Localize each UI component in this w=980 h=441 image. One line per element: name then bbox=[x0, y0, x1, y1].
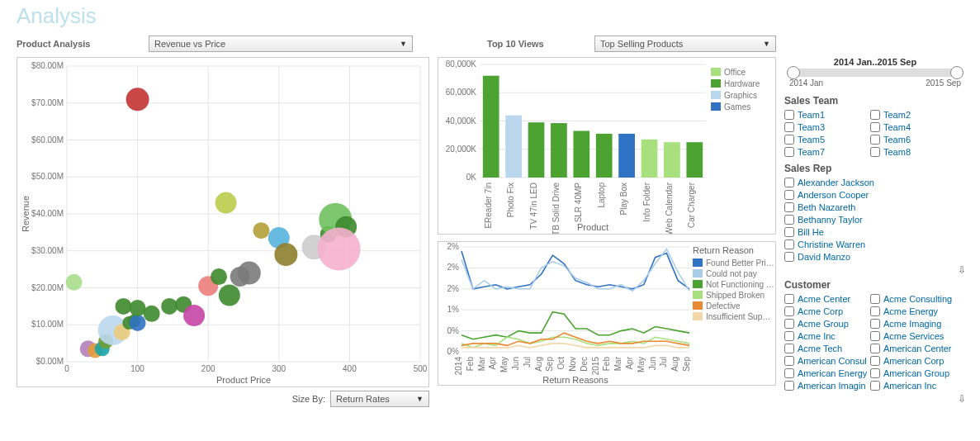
svg-text:$30.00M: $30.00M bbox=[31, 246, 64, 255]
filter-checkbox[interactable]: American Group bbox=[870, 368, 953, 378]
svg-text:300: 300 bbox=[272, 364, 286, 373]
filter-checkbox[interactable]: Bethanny Taylor bbox=[784, 215, 966, 225]
svg-text:Web Calendar: Web Calendar bbox=[665, 182, 674, 234]
checkbox-input[interactable] bbox=[784, 381, 794, 391]
line-chart[interactable]: 0%0%1%2%2%2%2014FebMarAprMayJunJulAugSep… bbox=[438, 241, 776, 386]
checkbox-input[interactable] bbox=[784, 306, 794, 316]
customer-title: Customer bbox=[784, 279, 966, 291]
checkbox-input[interactable] bbox=[870, 306, 880, 316]
svg-rect-139 bbox=[693, 269, 703, 277]
filter-checkbox[interactable]: Alexander Jackson bbox=[784, 178, 966, 187]
filter-checkbox[interactable]: Team3 bbox=[784, 122, 867, 132]
checkbox-input[interactable] bbox=[784, 110, 794, 120]
checkbox-label: Acme Inc bbox=[798, 331, 836, 341]
checkbox-input[interactable] bbox=[870, 122, 880, 132]
filter-checkbox[interactable]: Acme Tech bbox=[784, 344, 867, 353]
checkbox-label: American Inc bbox=[883, 381, 936, 391]
filter-checkbox[interactable]: American Center bbox=[870, 344, 953, 353]
filter-checkbox[interactable]: American Consult bbox=[784, 356, 867, 366]
filter-checkbox[interactable]: Acme Group bbox=[784, 319, 867, 329]
checkbox-input[interactable] bbox=[870, 344, 880, 353]
checkbox-input[interactable] bbox=[784, 331, 794, 341]
checkbox-label: Acme Energy bbox=[883, 306, 938, 316]
checkbox-input[interactable] bbox=[784, 239, 794, 249]
svg-point-39 bbox=[130, 315, 146, 331]
checkbox-input[interactable] bbox=[784, 344, 794, 353]
product-analysis-label: Product Analysis bbox=[17, 39, 132, 49]
filter-checkbox[interactable]: American Corp bbox=[870, 356, 953, 366]
checkbox-input[interactable] bbox=[784, 202, 794, 212]
checkbox-input[interactable] bbox=[784, 227, 794, 237]
checkbox-input[interactable] bbox=[784, 178, 794, 187]
svg-text:Jul: Jul bbox=[523, 357, 532, 368]
top10-dropdown[interactable]: Top Selling Products ▼ bbox=[594, 36, 776, 52]
checkbox-input[interactable] bbox=[870, 110, 880, 120]
checkbox-input[interactable] bbox=[784, 294, 794, 304]
checkbox-input[interactable] bbox=[784, 252, 794, 262]
svg-text:Play Box: Play Box bbox=[619, 183, 628, 215]
filter-checkbox[interactable]: American Imagin bbox=[784, 381, 867, 391]
scroll-down-icon[interactable]: ⇩ bbox=[958, 264, 966, 276]
checkbox-input[interactable] bbox=[870, 319, 880, 329]
svg-text:Product: Product bbox=[577, 222, 608, 232]
checkbox-input[interactable] bbox=[870, 147, 880, 157]
filter-checkbox[interactable]: Team2 bbox=[870, 110, 953, 120]
filter-checkbox[interactable]: Acme Imaging bbox=[870, 319, 953, 329]
svg-text:Games: Games bbox=[724, 102, 750, 111]
filter-checkbox[interactable]: Team1 bbox=[784, 110, 867, 120]
filter-checkbox[interactable]: Acme Services bbox=[870, 331, 953, 341]
filter-checkbox[interactable]: Beth Nazareth bbox=[784, 202, 966, 212]
checkbox-input[interactable] bbox=[870, 331, 880, 341]
filter-checkbox[interactable]: Team5 bbox=[784, 135, 867, 145]
filter-checkbox[interactable]: Acme Energy bbox=[870, 306, 953, 316]
checkbox-input[interactable] bbox=[784, 122, 794, 132]
checkbox-input[interactable] bbox=[870, 381, 880, 391]
checkbox-input[interactable] bbox=[784, 215, 794, 225]
product-analysis-dropdown[interactable]: Revenue vs Price ▼ bbox=[149, 36, 413, 52]
checkbox-label: Acme Consulting bbox=[883, 294, 952, 304]
filter-checkbox[interactable]: David Manzo bbox=[784, 252, 966, 262]
checkbox-label: Team5 bbox=[798, 135, 825, 145]
filter-checkbox[interactable]: Acme Corp bbox=[784, 306, 867, 316]
svg-text:$70.00M: $70.00M bbox=[31, 98, 64, 107]
svg-point-60 bbox=[66, 274, 83, 291]
checkbox-label: Christine Warren bbox=[798, 239, 865, 249]
filter-checkbox[interactable]: Christine Warren bbox=[784, 239, 966, 249]
checkbox-input[interactable] bbox=[870, 294, 880, 304]
bar-chart[interactable]: 0K20,000K40,000K60,000K80,000KEReader 7i… bbox=[438, 57, 776, 235]
svg-text:200: 200 bbox=[201, 364, 215, 373]
checkbox-input[interactable] bbox=[870, 368, 880, 378]
filter-checkbox[interactable]: Acme Center bbox=[784, 294, 867, 304]
svg-text:Feb: Feb bbox=[466, 357, 475, 372]
checkbox-label: David Manzo bbox=[798, 252, 850, 262]
filter-checkbox[interactable]: Team7 bbox=[784, 147, 867, 157]
filter-checkbox[interactable]: Acme Consulting bbox=[870, 294, 953, 304]
checkbox-label: Alexander Jackson bbox=[798, 178, 874, 187]
date-range-slider[interactable]: 2014 Jan..2015 Sep 2014 Jan 2015 Sep bbox=[784, 57, 966, 90]
svg-text:Shipped Broken: Shipped Broken bbox=[706, 291, 765, 300]
checkbox-input[interactable] bbox=[870, 356, 880, 366]
filter-checkbox[interactable]: Team8 bbox=[870, 147, 953, 157]
filter-checkbox[interactable]: Anderson Cooper bbox=[784, 190, 966, 200]
checkbox-input[interactable] bbox=[784, 368, 794, 378]
filter-checkbox[interactable]: Bill He bbox=[784, 227, 966, 237]
checkbox-input[interactable] bbox=[784, 319, 794, 329]
checkbox-input[interactable] bbox=[784, 356, 794, 366]
svg-text:$20.00M: $20.00M bbox=[31, 283, 64, 292]
checkbox-input[interactable] bbox=[870, 135, 880, 145]
svg-rect-85 bbox=[618, 134, 635, 178]
filter-checkbox[interactable]: American Energy bbox=[784, 368, 867, 378]
filter-checkbox[interactable]: American Inc bbox=[870, 381, 953, 391]
svg-point-36 bbox=[115, 298, 131, 315]
filter-checkbox[interactable]: Acme Inc bbox=[784, 331, 867, 341]
checkbox-input[interactable] bbox=[784, 190, 794, 200]
filter-checkbox[interactable]: Team4 bbox=[870, 122, 953, 132]
scroll-down-icon[interactable]: ⇩ bbox=[958, 393, 966, 405]
filter-checkbox[interactable]: Team6 bbox=[870, 135, 953, 145]
scatter-chart[interactable]: $0.00M$10.00M$20.00M$30.00M$40.00M$50.00… bbox=[17, 57, 429, 387]
size-by-dropdown[interactable]: Return Rates ▼ bbox=[330, 391, 429, 407]
checkbox-input[interactable] bbox=[784, 147, 794, 157]
checkbox-input[interactable] bbox=[784, 135, 794, 145]
svg-text:$40.00M: $40.00M bbox=[31, 209, 64, 218]
checkbox-label: Team8 bbox=[883, 147, 911, 157]
